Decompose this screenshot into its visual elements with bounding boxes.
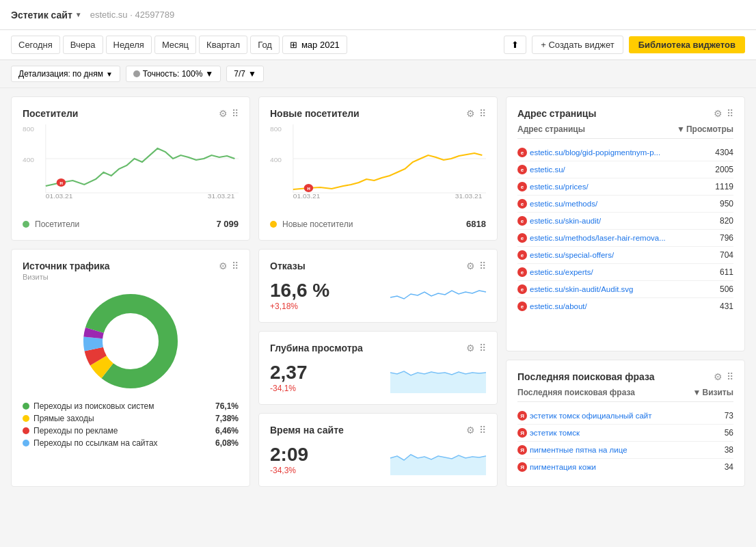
period-yesterday[interactable]: Вчера bbox=[63, 36, 103, 54]
table-row: еestetic.su/skin-audit/ 820 bbox=[517, 213, 733, 230]
ya-icon-1: Я bbox=[517, 428, 527, 438]
new-visitors-actions: ⚙ ⠿ bbox=[466, 108, 486, 119]
grid-icon[interactable]: ⠿ bbox=[479, 425, 486, 436]
bounces-change: +3,18% bbox=[270, 302, 329, 311]
site-title[interactable]: Эстетик сайт ▼ bbox=[11, 10, 82, 21]
bounces-title: Отказы bbox=[270, 261, 306, 271]
traffic-title: Источник трафика bbox=[23, 261, 110, 271]
gear-icon[interactable]: ⚙ bbox=[714, 371, 723, 382]
svg-text:31.03.21: 31.03.21 bbox=[208, 193, 234, 200]
create-widget-button[interactable]: + Создать виджет bbox=[532, 36, 623, 54]
period-week[interactable]: Неделя bbox=[106, 36, 152, 54]
grid-icon[interactable]: ⠿ bbox=[479, 108, 486, 119]
gear-icon[interactable]: ⚙ bbox=[466, 343, 475, 353]
url-9[interactable]: еestetic.su/about/ bbox=[517, 302, 587, 311]
visitors-actions: ⚙ ⠿ bbox=[219, 108, 239, 119]
search-col2-header[interactable]: ▼ Визиты bbox=[693, 388, 733, 397]
search-phrase-card: Последняя поисковая фраза ⚙ ⠿ Последняя … bbox=[506, 360, 745, 487]
phrase-2[interactable]: Я пигментные пятна на лице bbox=[517, 445, 627, 455]
grid-icon[interactable]: ⠿ bbox=[727, 371, 733, 382]
visitors-legend-label: Посетители bbox=[35, 219, 79, 229]
top-label: 7/7 bbox=[234, 69, 245, 79]
url-0[interactable]: еestetic.su/blog/gid-popigmentnym-p... bbox=[517, 148, 660, 157]
time-title: Время на сайте bbox=[270, 425, 344, 436]
new-visitors-legend-label: Новые посетители bbox=[282, 219, 353, 229]
chevron-icon: ▼ bbox=[106, 70, 113, 78]
url-3[interactable]: еestetic.su/methods/ bbox=[517, 199, 597, 209]
val-9: 431 bbox=[720, 302, 733, 311]
calendar-label: мар 2021 bbox=[301, 40, 340, 50]
column-1: Посетители ⚙ ⠿ 800 400 н bbox=[11, 96, 250, 487]
time-card: Время на сайте ⚙ ⠿ 2:09 -34,3% bbox=[258, 413, 498, 487]
svg-text:01.03.21: 01.03.21 bbox=[46, 193, 72, 200]
table-row: еestetic.su/blog/gid-popigmentnym-p... 4… bbox=[517, 144, 733, 161]
legend-item-2: Переходы по рекламе 6,46% bbox=[23, 426, 239, 436]
url-1[interactable]: еestetic.su/ bbox=[517, 165, 565, 174]
traffic-actions: ⚙ ⠿ bbox=[219, 261, 239, 271]
period-year[interactable]: Год bbox=[250, 36, 280, 54]
phrase-val-2: 38 bbox=[725, 445, 733, 455]
url-5[interactable]: еestetic.su/methods/laser-hair-remova... bbox=[517, 233, 666, 243]
new-visitors-dot bbox=[270, 221, 277, 228]
url-2[interactable]: еestetic.su/prices/ bbox=[517, 182, 589, 191]
url-8[interactable]: еestetic.su/skin-audit/Audit.svg bbox=[517, 284, 634, 294]
url-4[interactable]: еestetic.su/skin-audit/ bbox=[517, 216, 601, 226]
traffic-legend: Переходы из поисковых систем 76,1% Прямы… bbox=[23, 401, 239, 448]
address-card: Адрес страницы ⚙ ⠿ Адрес страницы ▼ Прос… bbox=[506, 96, 745, 351]
time-values: 2:09 -34,3% bbox=[270, 441, 308, 475]
table-row: еestetic.su/skin-audit/Audit.svg 506 bbox=[517, 281, 733, 298]
list-item: Я пигментация кожи 34 bbox=[517, 459, 733, 475]
table-row: еestetic.su/methods/ 950 bbox=[517, 196, 733, 213]
gear-icon[interactable]: ⚙ bbox=[219, 108, 228, 119]
table-row: еestetic.su/ 2005 bbox=[517, 161, 733, 178]
upload-button[interactable]: ⬆ bbox=[504, 36, 526, 54]
accuracy-select[interactable]: Точность: 100% ▼ bbox=[126, 66, 221, 82]
label-links: Переходы по ссылкам на сайтах bbox=[33, 438, 158, 448]
visitors-legend-dot bbox=[23, 221, 29, 228]
phrase-val-1: 56 bbox=[725, 428, 733, 438]
list-item: Я эстетик томск 56 bbox=[517, 425, 733, 442]
search-phrase-table-body: Я эстетик томск официальный сайт 73 Я эс… bbox=[517, 408, 733, 475]
address-col2-header[interactable]: ▼ Просмотры bbox=[677, 124, 733, 134]
phrase-0[interactable]: Я эстетик томск официальный сайт bbox=[517, 411, 652, 421]
value-links: 6,08% bbox=[215, 438, 239, 448]
address-table-header: Адрес страницы ▼ Просмотры bbox=[517, 124, 733, 139]
detail-label: Детализация: по дням bbox=[18, 69, 103, 79]
dot-search bbox=[23, 403, 29, 410]
url-6[interactable]: еestetic.su/special-offers/ bbox=[517, 250, 614, 260]
depth-actions: ⚙ ⠿ bbox=[466, 343, 486, 353]
grid-icon[interactable]: ⠿ bbox=[479, 343, 486, 353]
ya-icon-2: Я bbox=[517, 445, 527, 455]
visitors-chart: 800 400 н 01.03.21 31.03.21 bbox=[23, 124, 239, 213]
grid-icon[interactable]: ⠿ bbox=[479, 261, 486, 271]
grid-icon[interactable]: ⠿ bbox=[727, 108, 733, 119]
val-6: 704 bbox=[720, 250, 733, 260]
gear-icon[interactable]: ⚙ bbox=[466, 261, 475, 271]
detail-select[interactable]: Детализация: по дням ▼ bbox=[11, 66, 120, 82]
library-button[interactable]: Библиотека виджетов bbox=[629, 36, 745, 53]
period-quarter[interactable]: Квартал bbox=[199, 36, 247, 54]
grid-icon[interactable]: ⠿ bbox=[232, 108, 239, 119]
grid-icon[interactable]: ⠿ bbox=[232, 261, 239, 271]
url-7[interactable]: еestetic.su/experts/ bbox=[517, 267, 593, 277]
phrase-3[interactable]: Я пигментация кожи bbox=[517, 462, 596, 472]
sort-icon: ▼ bbox=[693, 388, 701, 397]
period-today[interactable]: Сегодня bbox=[11, 36, 60, 54]
gear-icon[interactable]: ⚙ bbox=[714, 108, 723, 119]
svg-text:800: 800 bbox=[270, 126, 282, 133]
gear-icon[interactable]: ⚙ bbox=[219, 261, 228, 271]
calendar-picker[interactable]: ⊞ мар 2021 bbox=[282, 36, 347, 54]
label-direct: Прямые заходы bbox=[33, 414, 94, 423]
val-1: 2005 bbox=[715, 165, 733, 174]
period-month[interactable]: Месяц bbox=[154, 36, 196, 54]
visitors-legend-value: 7 099 bbox=[216, 219, 239, 229]
url-icon-9: е bbox=[517, 302, 527, 311]
phrase-1[interactable]: Я эстетик томск bbox=[517, 428, 580, 438]
gear-icon[interactable]: ⚙ bbox=[466, 425, 475, 436]
upload-icon: ⬆ bbox=[511, 40, 519, 50]
gear-icon[interactable]: ⚙ bbox=[466, 108, 475, 119]
top-select[interactable]: 7/7 ▼ bbox=[226, 66, 264, 82]
svg-marker-25 bbox=[390, 455, 486, 475]
val-2: 1119 bbox=[715, 182, 733, 191]
search-phrase-actions: ⚙ ⠿ bbox=[714, 371, 733, 382]
